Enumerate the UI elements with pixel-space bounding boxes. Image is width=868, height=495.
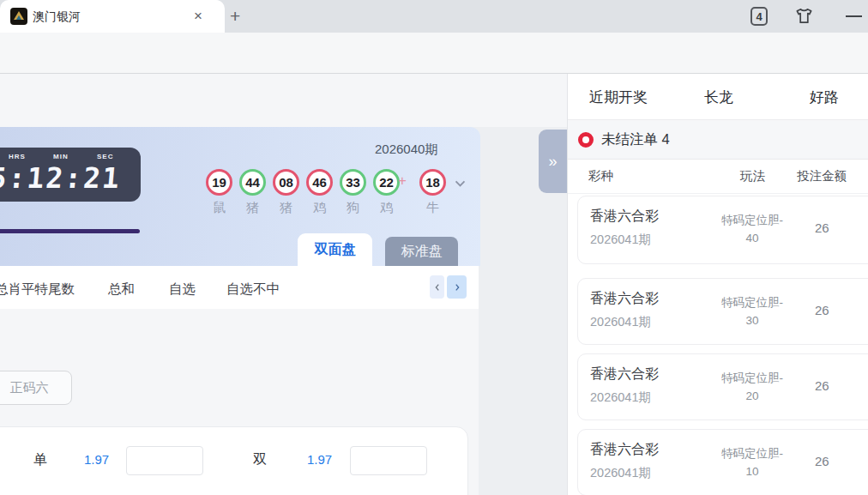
browser-tab-bar: 澳门银河 × + 4 — [0, 0, 868, 33]
order-row[interactable]: 香港六合彩 2026041期 特码定位胆-10 26 — [577, 429, 868, 495]
panel-tabs-row: 近期开奖 长龙 好路 — [568, 74, 868, 120]
zodiac-label: 鼠 — [206, 200, 232, 216]
betting-card: 单 1.97 双 1.97 — [0, 426, 468, 495]
order-lottery: 香港六合彩 — [590, 208, 659, 226]
order-row[interactable]: 香港六合彩 2026041期 特码定位胆-40 26 — [577, 196, 868, 264]
nav-prev-chevron[interactable] — [430, 275, 444, 299]
right-side-panel: 近期开奖 长龙 好路 未结注单 4 彩种 玩法 投注金额 香港六合彩 20260… — [567, 74, 868, 495]
order-period: 2026041期 — [590, 314, 651, 330]
tshirt-icon[interactable] — [794, 6, 814, 29]
panel-collapse-handle[interactable]: » — [539, 130, 567, 193]
zodiac-label: 牛 — [419, 200, 446, 216]
countdown-timer: HRS MIN SEC 05:12:21 — [0, 148, 141, 202]
order-amount: 26 — [815, 220, 829, 235]
zodiac-label: 狗 — [340, 200, 366, 216]
countdown-progress-bar — [0, 229, 140, 233]
draw-ball: 08 — [273, 169, 299, 196]
draw-hero-section: HRS MIN SEC 05:12:21 2026040期 19 44 08 4… — [0, 127, 480, 266]
double-chevron-icon: » — [548, 153, 557, 171]
orders-table-header: 彩种 玩法 投注金额 — [568, 160, 868, 194]
plus-separator: + — [398, 172, 407, 190]
bet-option-odd-label[interactable]: 单 — [33, 451, 47, 469]
order-amount: 26 — [815, 303, 829, 317]
tab-count-badge[interactable]: 4 — [750, 7, 768, 26]
timer-value: 05:12:21 — [0, 161, 141, 195]
order-lottery: 香港六合彩 — [590, 290, 659, 308]
zodiac-label: 猪 — [273, 200, 299, 216]
draw-ball: 33 — [340, 169, 366, 196]
order-lottery: 香港六合彩 — [590, 441, 659, 459]
order-play-type: 特码定位胆-30 — [707, 293, 798, 329]
nav-item-zongxiao[interactable]: 总肖平特尾数 — [0, 281, 75, 299]
draw-ball: 46 — [306, 169, 333, 196]
order-period: 2026041期 — [590, 389, 651, 406]
new-tab-icon[interactable]: + — [230, 6, 240, 27]
column-play-type: 玩法 — [740, 168, 765, 184]
timer-min-label: MIN — [53, 153, 69, 160]
bet-option-even-odds: 1.97 — [307, 452, 332, 467]
order-play-type: 特码定位胆-40 — [707, 211, 798, 247]
window-minimize-button[interactable] — [846, 15, 862, 17]
draw-ball: 19 — [206, 169, 232, 196]
nav-item-zonghe[interactable]: 总和 — [108, 281, 135, 299]
panel-tab-recent-draws[interactable]: 近期开奖 — [589, 88, 648, 107]
bet-amount-input-even[interactable] — [350, 446, 427, 475]
tab-standard-board[interactable]: 标准盘 — [385, 237, 458, 266]
unsettled-orders-bar[interactable]: 未结注单 4 — [568, 120, 868, 160]
tab-title: 澳门银河 — [33, 9, 81, 25]
draw-ball: 44 — [239, 169, 266, 196]
order-period: 2026041期 — [590, 465, 651, 481]
order-amount: 26 — [815, 454, 829, 468]
order-amount: 26 — [815, 378, 829, 393]
nav-item-zixuan-buzhong[interactable]: 自选不中 — [226, 281, 280, 299]
betting-area: 正码六 单 1.97 双 1.97 — [0, 309, 479, 495]
nav-next-chevron[interactable] — [447, 275, 467, 299]
bet-option-odd-odds: 1.97 — [84, 452, 109, 467]
timer-sec-label: SEC — [97, 153, 113, 160]
panel-tab-good-road[interactable]: 好路 — [810, 88, 839, 107]
order-row[interactable]: 香港六合彩 2026041期 特码定位胆-30 26 — [577, 278, 868, 345]
play-type-nav: 总肖平特尾数 总和 自选 自选不中 — [0, 266, 479, 309]
order-play-type: 特码定位胆-10 — [707, 444, 798, 480]
timer-hrs-label: HRS — [9, 153, 26, 160]
site-favicon — [10, 8, 27, 25]
zodiac-label: 鸡 — [306, 200, 333, 216]
bet-amount-input-odd[interactable] — [126, 446, 203, 475]
tab-double-side-board[interactable]: 双面盘 — [298, 233, 372, 266]
order-row[interactable]: 香港六合彩 2026041期 特码定位胆-20 26 — [577, 353, 868, 420]
account-header: ocp1528agent867723685 余额 ¥ 0.765 — [0, 74, 567, 127]
column-lottery: 彩种 — [588, 168, 613, 184]
record-dot-icon — [578, 132, 594, 148]
unsettled-orders-text: 未结注单 4 — [601, 130, 670, 149]
order-lottery: 香港六合彩 — [590, 365, 659, 383]
nav-item-zixuan[interactable]: 自选 — [169, 281, 196, 299]
panel-tab-long-dragon[interactable]: 长龙 — [704, 88, 733, 107]
order-period: 2026041期 — [590, 232, 651, 248]
expand-results-chevron-icon[interactable] — [453, 176, 467, 194]
order-play-type: 特码定位胆-20 — [707, 369, 798, 405]
column-bet-amount: 投注金额 — [797, 168, 847, 184]
zodiac-label: 猪 — [239, 200, 266, 216]
tab-close-icon[interactable]: × — [194, 8, 202, 25]
bet-option-even-label[interactable]: 双 — [253, 451, 267, 469]
draw-period: 2026040期 — [375, 142, 437, 158]
browser-tab[interactable]: 澳门银河 × — [0, 0, 225, 33]
zodiac-label: 鸡 — [373, 200, 400, 216]
draw-ball: 22 — [373, 169, 400, 196]
category-button-zhengmaliu[interactable]: 正码六 — [0, 371, 72, 405]
browser-toolbar — [0, 33, 868, 74]
special-draw-ball: 18 — [419, 169, 446, 196]
